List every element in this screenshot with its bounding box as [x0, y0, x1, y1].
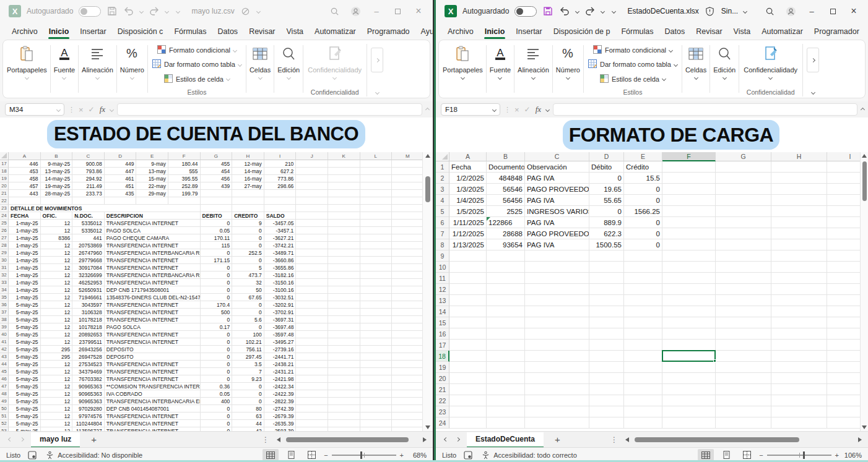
- cell[interactable]: 233.73: [72, 190, 105, 197]
- ribbon-tab-programado[interactable]: Programado: [362, 25, 415, 40]
- cell[interactable]: [392, 242, 422, 249]
- cell[interactable]: 3.5: [232, 361, 264, 368]
- row-header[interactable]: 35: [0, 294, 9, 301]
- cell[interactable]: 28688: [487, 228, 525, 239]
- macro-record-icon[interactable]: [462, 450, 474, 461]
- cell[interactable]: 10178218: [72, 316, 105, 323]
- cell[interactable]: INGRESOS VARIOS: [525, 206, 589, 217]
- col-header[interactable]: G: [716, 152, 771, 161]
- maximize-button[interactable]: [388, 3, 407, 19]
- cell[interactable]: [716, 395, 771, 406]
- cell[interactable]: [624, 317, 662, 328]
- cell[interactable]: [296, 338, 328, 346]
- cell[interactable]: [296, 294, 328, 301]
- cell[interactable]: TRANSFERENCIA INTERNET: [105, 220, 201, 227]
- view-page-layout-button[interactable]: [283, 449, 299, 461]
- cell[interactable]: [589, 250, 624, 262]
- cell[interactable]: [487, 317, 525, 328]
- cell-styles-button[interactable]: Estilos de celda: [600, 73, 666, 85]
- cell[interactable]: 447: [105, 168, 137, 175]
- cell[interactable]: [328, 383, 360, 390]
- cell[interactable]: DEP CNB 1717943508001: [105, 286, 201, 294]
- cell[interactable]: [392, 190, 422, 197]
- cell[interactable]: [525, 362, 589, 373]
- cell[interactable]: 0: [232, 301, 264, 309]
- cell[interactable]: [716, 239, 771, 250]
- cell[interactable]: [328, 331, 360, 338]
- cell[interactable]: [589, 417, 624, 429]
- cell[interactable]: 12: [41, 257, 73, 264]
- cell[interactable]: 0: [201, 353, 233, 361]
- row-header[interactable]: 44: [0, 361, 9, 368]
- formula-input[interactable]: [553, 103, 857, 116]
- cell[interactable]: [716, 328, 771, 340]
- cell[interactable]: 12: [41, 413, 73, 420]
- name-box[interactable]: M34: [5, 103, 64, 116]
- cell[interactable]: [449, 273, 487, 284]
- cells-button[interactable]: Celdas: [250, 44, 271, 79]
- cell[interactable]: 0: [232, 309, 264, 316]
- cell[interactable]: [296, 353, 328, 361]
- scroll-down-icon[interactable]: [862, 426, 867, 429]
- cell[interactable]: 76703382: [72, 375, 105, 383]
- cell[interactable]: FECHA: [9, 212, 41, 220]
- cell[interactable]: 12: [41, 383, 73, 390]
- cell-styles-button[interactable]: Estilos de celda: [164, 73, 230, 85]
- cell[interactable]: [296, 361, 328, 368]
- cell[interactable]: 461: [105, 175, 137, 182]
- cell[interactable]: [589, 328, 624, 340]
- cell[interactable]: [589, 340, 624, 351]
- cell[interactable]: 20753869: [72, 242, 105, 249]
- cell[interactable]: [328, 220, 360, 227]
- row-header[interactable]: 40: [0, 331, 9, 338]
- cell[interactable]: [392, 375, 422, 383]
- sheet-tab[interactable]: EstadoDeCuenta: [467, 432, 544, 448]
- cell[interactable]: 13-may: [136, 168, 168, 175]
- cell[interactable]: TRANSFERENCIA INTERBANCARIA RECIB: [105, 272, 201, 279]
- row-header[interactable]: 53: [0, 427, 9, 431]
- cell[interactable]: [487, 340, 525, 351]
- row-header[interactable]: 48: [0, 390, 9, 398]
- quick-access-customize-icon[interactable]: [612, 9, 616, 13]
- cell[interactable]: [525, 384, 589, 395]
- cell[interactable]: [105, 197, 137, 205]
- cell[interactable]: [449, 340, 487, 351]
- cell[interactable]: [716, 206, 771, 217]
- row-header[interactable]: 12: [436, 284, 449, 295]
- cell[interactable]: [716, 306, 771, 317]
- cell[interactable]: [624, 384, 662, 395]
- row-header[interactable]: 2: [436, 173, 449, 184]
- ribbon-tab-ayuda[interactable]: Ayuda: [865, 25, 868, 40]
- cell[interactable]: SALDO: [264, 212, 297, 220]
- row-header[interactable]: 24: [436, 417, 449, 429]
- cell[interactable]: [360, 309, 393, 316]
- cell[interactable]: -2822.39: [264, 398, 297, 405]
- cell[interactable]: [328, 205, 360, 212]
- cell[interactable]: [771, 406, 827, 417]
- col-header[interactable]: A: [9, 152, 41, 160]
- cell[interactable]: [264, 197, 297, 205]
- cell[interactable]: TRANSFERENCIA INTERBANCARIA RECIB: [105, 249, 201, 257]
- ribbon-tab-f-rmulas[interactable]: Fórmulas: [615, 25, 659, 40]
- cell[interactable]: [771, 328, 827, 340]
- cell[interactable]: [392, 383, 422, 390]
- cell[interactable]: [771, 239, 827, 250]
- cell[interactable]: [716, 373, 771, 384]
- cell[interactable]: [716, 417, 771, 429]
- cell[interactable]: [392, 368, 422, 375]
- sensitivity-label[interactable]: Sin...: [721, 7, 738, 15]
- undo-dropdown-icon[interactable]: [139, 9, 144, 13]
- cell[interactable]: 15-may: [136, 175, 168, 182]
- cell[interactable]: 0: [201, 279, 233, 286]
- cell[interactable]: [716, 284, 771, 295]
- cell[interactable]: 32: [232, 279, 264, 286]
- row-header[interactable]: 22: [436, 395, 449, 406]
- search-icon[interactable]: [760, 3, 779, 19]
- cell[interactable]: [589, 284, 624, 295]
- cell[interactable]: 435: [105, 190, 137, 197]
- ribbon-tab-insertar[interactable]: Insertar: [74, 25, 111, 40]
- cell[interactable]: 0: [232, 383, 264, 390]
- cell[interactable]: 12: [41, 264, 73, 272]
- cell[interactable]: [827, 417, 860, 429]
- cell[interactable]: [827, 250, 860, 262]
